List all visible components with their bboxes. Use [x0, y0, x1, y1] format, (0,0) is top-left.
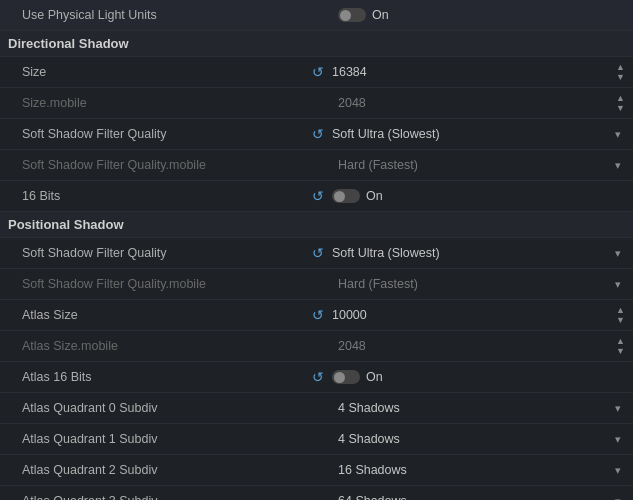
- pos-soft-shadow-quality-dropdown-arrow[interactable]: ▾: [611, 245, 625, 262]
- atlas-quadrant-3-select[interactable]: 64 Shadows ▾: [338, 493, 625, 501]
- settings-container: Use Physical Light Units On Directional …: [0, 0, 633, 500]
- directional-shadow-header: Directional Shadow: [0, 31, 633, 57]
- atlas-size-mobile-label: Atlas Size.mobile: [8, 339, 310, 353]
- soft-shadow-quality-dropdown-arrow[interactable]: ▾: [611, 126, 625, 143]
- size-mobile-label: Size.mobile: [8, 96, 310, 110]
- 16bits-label: 16 Bits: [8, 189, 310, 203]
- atlas-quadrant-0-label: Atlas Quadrant 0 Subdiv: [8, 401, 310, 415]
- atlas-quadrant-2-select[interactable]: 16 Shadows ▾: [338, 462, 625, 479]
- 16bits-toggle[interactable]: [332, 189, 360, 203]
- soft-shadow-quality-mobile-dropdown-arrow[interactable]: ▾: [611, 157, 625, 174]
- atlas-quadrant-2-label: Atlas Quadrant 2 Subdiv: [8, 463, 310, 477]
- use-physical-toggle-container: On: [338, 8, 389, 22]
- atlas-16bits-toggle-container: On: [332, 370, 383, 384]
- atlas-size-mobile-spin-arrows[interactable]: ▲ ▼: [616, 337, 625, 356]
- atlas-quadrant-2-controls: 16 Shadows ▾: [310, 462, 625, 479]
- use-physical-light-row: Use Physical Light Units On: [0, 0, 633, 31]
- atlas-quadrant-3-value: 64 Shadows: [338, 494, 611, 500]
- atlas-16bits-controls: ↺ On: [310, 369, 625, 385]
- pos-soft-shadow-quality-mobile-row: Soft Shadow Filter Quality.mobile Hard (…: [0, 269, 633, 300]
- atlas-quadrant-1-label: Atlas Quadrant 1 Subdiv: [8, 432, 310, 446]
- atlas-quadrant-0-dropdown-arrow[interactable]: ▾: [611, 400, 625, 417]
- soft-shadow-quality-value: Soft Ultra (Slowest): [332, 127, 611, 141]
- atlas-size-mobile-row: Atlas Size.mobile 2048 ▲ ▼: [0, 331, 633, 362]
- size-number-control: 16384 ▲ ▼: [332, 63, 625, 82]
- atlas-size-number-control: 10000 ▲ ▼: [332, 306, 625, 325]
- soft-shadow-quality-mobile-label: Soft Shadow Filter Quality.mobile: [8, 158, 310, 172]
- atlas-quadrant-0-value: 4 Shadows: [338, 401, 611, 415]
- atlas-quadrant-2-dropdown-arrow[interactable]: ▾: [611, 462, 625, 479]
- atlas-size-label: Atlas Size: [8, 308, 310, 322]
- size-mobile-number-control: 2048 ▲ ▼: [338, 94, 625, 113]
- size-mobile-value: 2048: [338, 96, 616, 110]
- pos-soft-shadow-quality-select[interactable]: Soft Ultra (Slowest) ▾: [332, 245, 625, 262]
- soft-shadow-quality-mobile-controls: Hard (Fastest) ▾: [310, 157, 625, 174]
- atlas-16bits-label: Atlas 16 Bits: [8, 370, 310, 384]
- atlas-size-mobile-number-control: 2048 ▲ ▼: [338, 337, 625, 356]
- pos-soft-shadow-quality-controls: ↺ Soft Ultra (Slowest) ▾: [310, 245, 625, 262]
- pos-soft-shadow-quality-mobile-dropdown-arrow[interactable]: ▾: [611, 276, 625, 293]
- 16bits-reset-icon[interactable]: ↺: [310, 188, 326, 204]
- size-value: 16384: [332, 65, 616, 79]
- atlas-quadrant-3-controls: 64 Shadows ▾: [310, 493, 625, 501]
- atlas-quadrant-2-row: Atlas Quadrant 2 Subdiv 16 Shadows ▾: [0, 455, 633, 486]
- atlas-quadrant-1-dropdown-arrow[interactable]: ▾: [611, 431, 625, 448]
- soft-shadow-quality-mobile-value: Hard (Fastest): [338, 158, 611, 172]
- soft-shadow-quality-row: Soft Shadow Filter Quality ↺ Soft Ultra …: [0, 119, 633, 150]
- atlas-size-spin-arrows[interactable]: ▲ ▼: [616, 306, 625, 325]
- atlas-size-reset-icon[interactable]: ↺: [310, 307, 326, 323]
- soft-shadow-quality-mobile-row: Soft Shadow Filter Quality.mobile Hard (…: [0, 150, 633, 181]
- use-physical-toggle-knob: [340, 10, 351, 21]
- size-reset-icon[interactable]: ↺: [310, 64, 326, 80]
- use-physical-light-label: Use Physical Light Units: [8, 8, 310, 22]
- size-row: Size ↺ 16384 ▲ ▼: [0, 57, 633, 88]
- pos-soft-shadow-quality-mobile-controls: Hard (Fastest) ▾: [310, 276, 625, 293]
- atlas-quadrant-3-row: Atlas Quadrant 3 Subdiv 64 Shadows ▾: [0, 486, 633, 500]
- atlas-16bits-toggle-label: On: [366, 370, 383, 384]
- atlas-quadrant-0-select[interactable]: 4 Shadows ▾: [338, 400, 625, 417]
- atlas-16bits-toggle[interactable]: [332, 370, 360, 384]
- pos-soft-shadow-quality-row: Soft Shadow Filter Quality ↺ Soft Ultra …: [0, 238, 633, 269]
- atlas-size-mobile-value: 2048: [338, 339, 616, 353]
- use-physical-toggle[interactable]: [338, 8, 366, 22]
- 16bits-toggle-container: On: [332, 189, 383, 203]
- atlas-size-row: Atlas Size ↺ 10000 ▲ ▼: [0, 300, 633, 331]
- size-spin-arrows[interactable]: ▲ ▼: [616, 63, 625, 82]
- soft-shadow-quality-select[interactable]: Soft Ultra (Slowest) ▾: [332, 126, 625, 143]
- size-mobile-spin-arrows[interactable]: ▲ ▼: [616, 94, 625, 113]
- size-label: Size: [8, 65, 310, 79]
- positional-shadow-header: Positional Shadow: [0, 212, 633, 238]
- atlas-quadrant-2-value: 16 Shadows: [338, 463, 611, 477]
- 16bits-row: 16 Bits ↺ On: [0, 181, 633, 212]
- atlas-quadrant-3-dropdown-arrow[interactable]: ▾: [611, 493, 625, 501]
- pos-soft-shadow-quality-mobile-value: Hard (Fastest): [338, 277, 611, 291]
- atlas-quadrant-1-controls: 4 Shadows ▾: [310, 431, 625, 448]
- 16bits-toggle-label: On: [366, 189, 383, 203]
- pos-soft-shadow-quality-mobile-select[interactable]: Hard (Fastest) ▾: [338, 276, 625, 293]
- atlas-16bits-toggle-knob: [334, 372, 345, 383]
- use-physical-toggle-label: On: [372, 8, 389, 22]
- atlas-quadrant-0-controls: 4 Shadows ▾: [310, 400, 625, 417]
- atlas-size-controls: ↺ 10000 ▲ ▼: [310, 306, 625, 325]
- atlas-quadrant-0-row: Atlas Quadrant 0 Subdiv 4 Shadows ▾: [0, 393, 633, 424]
- pos-soft-shadow-quality-value: Soft Ultra (Slowest): [332, 246, 611, 260]
- atlas-quadrant-3-label: Atlas Quadrant 3 Subdiv: [8, 494, 310, 500]
- use-physical-light-controls: On: [310, 8, 625, 22]
- atlas-16bits-row: Atlas 16 Bits ↺ On: [0, 362, 633, 393]
- atlas-size-mobile-controls: 2048 ▲ ▼: [310, 337, 625, 356]
- atlas-quadrant-1-row: Atlas Quadrant 1 Subdiv 4 Shadows ▾: [0, 424, 633, 455]
- soft-shadow-quality-label: Soft Shadow Filter Quality: [8, 127, 310, 141]
- atlas-16bits-reset-icon[interactable]: ↺: [310, 369, 326, 385]
- atlas-quadrant-1-select[interactable]: 4 Shadows ▾: [338, 431, 625, 448]
- size-mobile-row: Size.mobile 2048 ▲ ▼: [0, 88, 633, 119]
- 16bits-toggle-knob: [334, 191, 345, 202]
- soft-shadow-quality-mobile-select[interactable]: Hard (Fastest) ▾: [338, 157, 625, 174]
- pos-soft-shadow-quality-reset-icon[interactable]: ↺: [310, 245, 326, 261]
- pos-soft-shadow-quality-label: Soft Shadow Filter Quality: [8, 246, 310, 260]
- atlas-quadrant-1-value: 4 Shadows: [338, 432, 611, 446]
- 16bits-controls: ↺ On: [310, 188, 625, 204]
- size-controls: ↺ 16384 ▲ ▼: [310, 63, 625, 82]
- size-mobile-controls: 2048 ▲ ▼: [310, 94, 625, 113]
- soft-shadow-quality-controls: ↺ Soft Ultra (Slowest) ▾: [310, 126, 625, 143]
- soft-shadow-quality-reset-icon[interactable]: ↺: [310, 126, 326, 142]
